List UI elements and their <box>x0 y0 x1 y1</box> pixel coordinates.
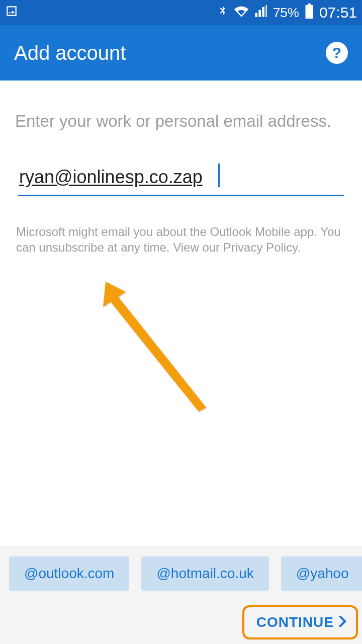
continue-button[interactable]: CONTINUE <box>242 605 358 639</box>
text-caret <box>218 164 220 187</box>
suggestion-outlook[interactable]: @outlook.com <box>9 556 129 591</box>
suggestion-hotmail[interactable]: @hotmail.co.uk <box>141 556 268 591</box>
help-icon[interactable]: ? <box>326 42 348 64</box>
page-title: Add account <box>14 42 126 64</box>
svg-rect-0 <box>306 8 312 18</box>
email-field-wrap <box>18 163 344 196</box>
bluetooth-icon <box>217 4 229 22</box>
chevron-right-icon <box>339 614 347 630</box>
status-bar: 75% 07:51 <box>0 0 362 25</box>
clock-text: 07:51 <box>319 4 357 21</box>
disclaimer-text: Microsoft might email you about the Outl… <box>15 224 347 255</box>
svg-marker-1 <box>103 282 206 412</box>
continue-label: CONTINUE <box>256 614 334 630</box>
prompt-text: Enter your work or personal email addres… <box>15 111 347 132</box>
image-icon <box>5 5 18 21</box>
domain-suggestions: @outlook.com @hotmail.co.uk @yahoo <box>0 546 362 601</box>
main-content: Enter your work or personal email addres… <box>0 80 362 546</box>
suggestion-yahoo[interactable]: @yahoo <box>281 556 362 591</box>
battery-percent: 75% <box>273 5 299 21</box>
email-input[interactable] <box>18 163 344 196</box>
app-bar: Add account ? <box>0 25 362 80</box>
signal-icon <box>254 4 268 22</box>
battery-icon <box>304 4 314 22</box>
wifi-icon <box>234 4 249 22</box>
footer: CONTINUE <box>0 601 362 644</box>
annotation-arrow <box>90 277 211 413</box>
